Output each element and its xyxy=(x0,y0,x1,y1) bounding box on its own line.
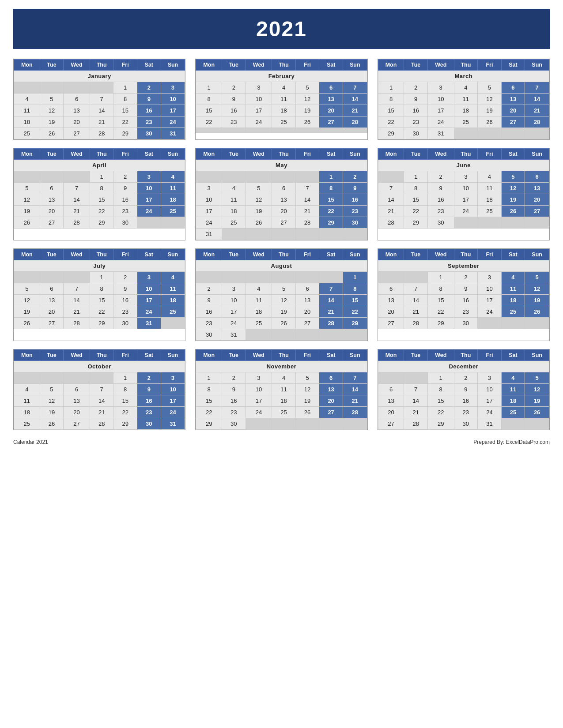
day-cell: 18 xyxy=(246,306,272,318)
day-cell: 8 xyxy=(196,384,222,395)
day-header-sat: Sat xyxy=(501,60,525,71)
day-cell xyxy=(64,372,90,384)
day-cell: 5 xyxy=(501,171,525,183)
day-cell: 3 xyxy=(137,171,161,183)
day-cell: 28 xyxy=(319,318,343,329)
day-cell: 6 xyxy=(525,171,549,183)
day-header-sun: Sun xyxy=(343,149,367,160)
day-cell: 7 xyxy=(343,82,367,94)
day-cell: 26 xyxy=(501,206,525,217)
day-header-fri: Fri xyxy=(113,60,137,71)
day-header-mon: Mon xyxy=(14,149,40,160)
day-cell: 21 xyxy=(343,395,367,407)
day-cell: 27 xyxy=(295,318,319,329)
day-header-fri: Fri xyxy=(295,249,319,260)
day-header-thu: Thu xyxy=(454,350,478,361)
day-cell: 21 xyxy=(319,306,343,318)
day-cell: 28 xyxy=(378,217,404,229)
day-cell: 24 xyxy=(161,116,185,128)
day-header-sun: Sun xyxy=(525,60,549,71)
day-header-fri: Fri xyxy=(478,350,502,361)
day-header-sun: Sun xyxy=(343,350,367,361)
day-cell: 5 xyxy=(525,272,549,283)
day-cell: 17 xyxy=(196,206,222,217)
day-header-wed: Wed xyxy=(64,249,90,260)
day-cell xyxy=(14,372,40,384)
month-august: AugustMonTueWedThuFriSatSun1234567891011… xyxy=(195,248,367,341)
day-cell xyxy=(295,229,319,240)
day-cell xyxy=(378,272,404,283)
day-cell: 18 xyxy=(501,395,525,407)
day-cell: 31 xyxy=(161,128,185,139)
day-cell: 12 xyxy=(478,94,502,105)
day-cell: 22 xyxy=(378,116,404,128)
day-cell: 23 xyxy=(113,306,137,318)
day-header-mon: Mon xyxy=(196,149,222,160)
day-cell: 17 xyxy=(246,105,272,116)
day-cell: 4 xyxy=(501,272,525,283)
day-cell: 8 xyxy=(427,384,454,395)
month-title: April xyxy=(14,160,185,171)
day-header-sat: Sat xyxy=(319,350,343,361)
day-cell: 28 xyxy=(64,217,90,229)
day-cell: 22 xyxy=(113,116,137,128)
day-cell: 16 xyxy=(404,105,428,116)
day-header-mon: Mon xyxy=(378,149,404,160)
day-cell: 16 xyxy=(454,395,478,407)
day-cell: 23 xyxy=(454,407,478,418)
day-cell xyxy=(343,329,367,341)
day-cell: 5 xyxy=(40,94,64,105)
day-cell xyxy=(222,128,246,133)
day-cell xyxy=(90,372,113,384)
day-cell: 17 xyxy=(478,295,502,306)
day-cell xyxy=(478,318,502,329)
day-cell xyxy=(222,171,246,183)
day-cell: 24 xyxy=(196,217,222,229)
day-cell: 8 xyxy=(113,94,137,105)
day-cell: 10 xyxy=(478,384,502,395)
day-cell: 9 xyxy=(137,384,161,395)
day-cell: 7 xyxy=(64,283,90,295)
day-cell: 3 xyxy=(427,82,454,94)
day-cell: 16 xyxy=(343,194,367,206)
day-header-sun: Sun xyxy=(161,249,185,260)
day-cell xyxy=(272,229,296,240)
day-cell: 27 xyxy=(319,116,343,128)
day-cell: 20 xyxy=(501,105,525,116)
day-cell xyxy=(319,272,343,283)
day-cell: 14 xyxy=(404,295,428,306)
day-cell: 25 xyxy=(222,217,246,229)
day-cell xyxy=(14,272,40,283)
day-cell: 3 xyxy=(222,283,246,295)
day-cell: 26 xyxy=(272,318,296,329)
day-cell: 11 xyxy=(272,384,296,395)
day-cell: 11 xyxy=(14,395,40,407)
day-cell: 22 xyxy=(113,407,137,418)
day-cell: 23 xyxy=(343,206,367,217)
day-header-thu: Thu xyxy=(90,149,113,160)
day-cell: 30 xyxy=(137,418,161,430)
day-header-tue: Tue xyxy=(404,249,428,260)
day-cell: 15 xyxy=(427,395,454,407)
day-cell: 26 xyxy=(14,318,40,329)
day-cell: 15 xyxy=(113,395,137,407)
day-cell: 10 xyxy=(196,194,222,206)
day-cell: 29 xyxy=(196,418,222,430)
day-cell xyxy=(137,217,161,229)
day-header-mon: Mon xyxy=(196,350,222,361)
day-cell: 12 xyxy=(295,94,319,105)
day-cell: 26 xyxy=(14,217,40,229)
day-cell: 19 xyxy=(40,116,64,128)
day-cell: 4 xyxy=(246,283,272,295)
day-cell: 2 xyxy=(196,283,222,295)
day-cell xyxy=(501,418,525,430)
day-cell: 24 xyxy=(161,407,185,418)
day-header-sat: Sat xyxy=(501,249,525,260)
day-cell xyxy=(319,229,343,240)
day-cell: 2 xyxy=(454,272,478,283)
day-cell: 14 xyxy=(404,395,428,407)
day-cell: 23 xyxy=(222,116,246,128)
day-cell: 28 xyxy=(64,318,90,329)
day-cell: 3 xyxy=(246,372,272,384)
day-header-mon: Mon xyxy=(378,350,404,361)
